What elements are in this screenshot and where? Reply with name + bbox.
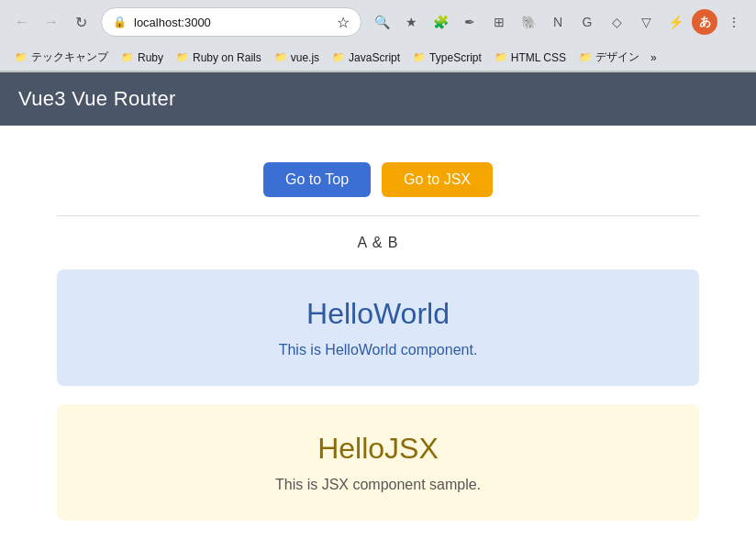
folder-icon: 📁 bbox=[15, 51, 28, 63]
route-label: A & B bbox=[357, 235, 398, 251]
ext4-icon[interactable]: ▽ bbox=[633, 9, 659, 35]
app-title: Vue3 Vue Router bbox=[18, 87, 176, 110]
hello-world-description: This is HelloWorld component. bbox=[75, 342, 681, 358]
feather-icon[interactable]: ✒ bbox=[457, 9, 483, 35]
bookmark-label: テックキャンプ bbox=[31, 50, 108, 65]
url-input[interactable] bbox=[134, 16, 329, 29]
address-bar[interactable]: 🔒 ☆ bbox=[101, 7, 361, 37]
back-button[interactable]: ← bbox=[9, 9, 35, 35]
bookmark-design[interactable]: 📁 デザイン bbox=[573, 48, 645, 67]
go-to-top-button[interactable]: Go to Top bbox=[263, 162, 371, 197]
bookmark-label: TypeScript bbox=[429, 51, 482, 64]
bookmark-label: Ruby on Rails bbox=[193, 51, 261, 64]
hello-jsx-card: HelloJSX This is JSX component sample. bbox=[57, 404, 699, 521]
bookmark-rails[interactable]: 📁 Ruby on Rails bbox=[171, 50, 267, 66]
toolbar-icons: 🔍 ★ 🧩 ✒ ⊞ 🐘 N G ◇ ▽ ⚡ あ ⋮ bbox=[369, 9, 747, 35]
star-icon[interactable]: ☆ bbox=[337, 14, 350, 31]
app-header: Vue3 Vue Router bbox=[0, 72, 756, 126]
evernote-icon[interactable]: 🐘 bbox=[516, 9, 541, 35]
bookmark-icon[interactable]: ★ bbox=[398, 9, 424, 35]
ext2-icon[interactable]: G bbox=[574, 9, 600, 35]
profile-extensions[interactable]: 🧩 bbox=[428, 9, 453, 35]
folder-icon: 📁 bbox=[176, 51, 189, 63]
bookmark-label: vue.js bbox=[291, 51, 319, 64]
search-icon[interactable]: 🔍 bbox=[369, 9, 395, 35]
folder-icon: 📁 bbox=[274, 51, 287, 63]
hello-world-card: HelloWorld This is HelloWorld component. bbox=[57, 270, 699, 386]
reload-button[interactable]: ↻ bbox=[68, 9, 94, 35]
folder-icon: 📁 bbox=[332, 51, 345, 63]
notion-icon[interactable]: N bbox=[545, 9, 571, 35]
profile-avatar[interactable]: あ bbox=[692, 9, 717, 35]
bookmark-label: JavaScript bbox=[349, 51, 400, 64]
nav-buttons: ← → ↻ bbox=[9, 9, 94, 35]
bookmarks-bar: 📁 テックキャンプ 📁 Ruby 📁 Ruby on Rails 📁 vue.j… bbox=[0, 44, 756, 72]
bookmark-label: Ruby bbox=[138, 51, 163, 64]
bookmark-ruby[interactable]: 📁 Ruby bbox=[116, 50, 169, 66]
bookmark-label: デザイン bbox=[595, 50, 639, 65]
bookmark-html-css[interactable]: 📁 HTML CSS bbox=[489, 50, 572, 66]
hello-world-title: HelloWorld bbox=[75, 297, 681, 331]
ext5-icon[interactable]: ⚡ bbox=[662, 9, 688, 35]
folder-icon: 📁 bbox=[495, 51, 507, 63]
ext3-icon[interactable]: ◇ bbox=[604, 9, 629, 35]
browser-chrome: ← → ↻ 🔒 ☆ 🔍 ★ 🧩 ✒ ⊞ 🐘 N G ◇ ▽ ⚡ あ ⋮ 📁 bbox=[0, 0, 756, 72]
bookmark-label: HTML CSS bbox=[511, 51, 566, 64]
bookmark-techcamp[interactable]: 📁 テックキャンプ bbox=[9, 48, 114, 67]
forward-button[interactable]: → bbox=[39, 9, 64, 35]
hello-jsx-title: HelloJSX bbox=[75, 432, 681, 466]
bookmark-typescript[interactable]: 📁 TypeScript bbox=[407, 50, 487, 66]
folder-icon: 📁 bbox=[121, 51, 134, 63]
bookmark-javascript[interactable]: 📁 JavaScript bbox=[327, 50, 406, 66]
go-to-jsx-button[interactable]: Go to JSX bbox=[382, 162, 493, 197]
app-body: Go to Top Go to JSX A & B HelloWorld Thi… bbox=[0, 126, 756, 539]
button-group: Go to Top Go to JSX bbox=[263, 162, 493, 197]
folder-icon: 📁 bbox=[413, 51, 426, 63]
puzzle-icon[interactable]: ⊞ bbox=[486, 9, 512, 35]
bookmark-vuejs[interactable]: 📁 vue.js bbox=[269, 50, 325, 66]
folder-icon: 📁 bbox=[579, 51, 592, 63]
hello-jsx-description: This is JSX component sample. bbox=[75, 477, 681, 493]
browser-toolbar: ← → ↻ 🔒 ☆ 🔍 ★ 🧩 ✒ ⊞ 🐘 N G ◇ ▽ ⚡ あ ⋮ bbox=[0, 0, 756, 44]
menu-button[interactable]: ⋮ bbox=[721, 9, 747, 35]
lock-icon: 🔒 bbox=[113, 16, 127, 28]
bookmarks-more[interactable]: » bbox=[650, 51, 657, 64]
section-divider bbox=[57, 215, 699, 216]
